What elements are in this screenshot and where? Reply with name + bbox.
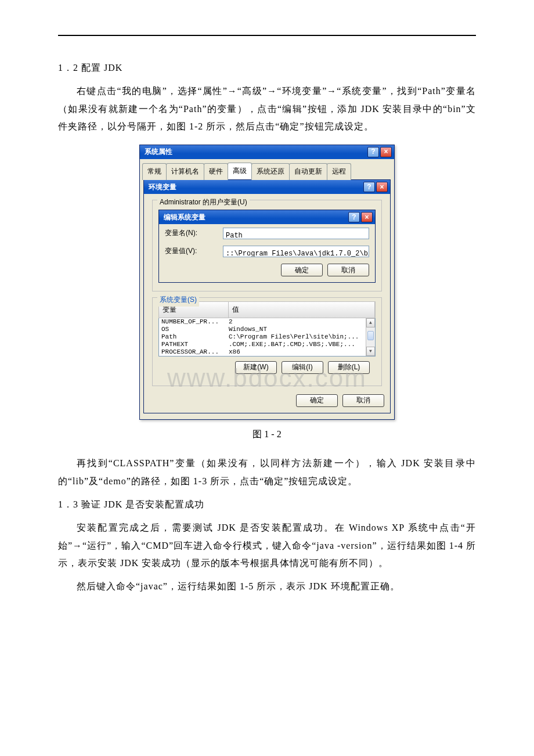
variable-value-label: 变量值(V): [165, 244, 217, 258]
editvar-titlebar: 编辑系统变量 ? × [159, 210, 375, 224]
variable-value-input[interactable]: ::\Program Files\Java\jdk1.7.0_2\bin [223, 246, 369, 257]
section-1-3-title: 1．3 验证 JDK 是否安装配置成功 [58, 496, 476, 513]
environment-variables-window: 环境变量 ? × Administrator 的用户变量(U) 编辑系统变量 [143, 179, 391, 413]
envvars-cancel-button[interactable]: 取消 [342, 394, 384, 407]
figure-1-2: 系统属性 ? × 常规 计算机名 硬件 高级 系统还原 自动更新 远程 [58, 145, 476, 420]
variable-name-input[interactable]: Path [223, 228, 369, 239]
envvars-ok-button[interactable]: 确定 [296, 394, 338, 407]
list-item: PROCESSOR_IDx86 Family 6 Model 23 Steppi… [159, 356, 375, 357]
close-icon[interactable]: × [361, 212, 373, 222]
user-variables-group: Administrator 的用户变量(U) 编辑系统变量 ? × [152, 200, 382, 291]
list-item: PathC:\Program Files\Perl\site\bin;... [159, 333, 375, 341]
paragraph-1: 右键点击“我的电脑”，选择“属性”→“高级”→“环境变量”→“系统变量”，找到“… [58, 82, 476, 135]
col-header-value[interactable]: 值 [229, 302, 375, 318]
figure-1-2-caption: 图 1 - 2 [58, 426, 476, 443]
new-button[interactable]: 新建(W) [235, 361, 277, 374]
scrollbar[interactable]: ▲ ▼ [366, 318, 375, 356]
close-icon[interactable]: × [380, 147, 392, 157]
section-1-2-title: 1．2 配置 JDK [58, 59, 476, 77]
paragraph-3: 安装配置完成之后，需要测试 JDK 是否安装配置成功。在 Windows XP … [58, 519, 476, 572]
help-icon[interactable]: ? [367, 147, 379, 157]
tab-advanced[interactable]: 高级 [228, 163, 252, 180]
scroll-up-icon[interactable]: ▲ [366, 318, 375, 327]
editvar-cancel-button[interactable]: 取消 [327, 264, 369, 276]
tab-remote[interactable]: 远程 [327, 163, 351, 181]
editvar-title: 编辑系统变量 [164, 211, 205, 224]
edit-button[interactable]: 编辑(I) [282, 361, 323, 374]
system-properties-window: 系统属性 ? × 常规 计算机名 硬件 高级 系统还原 自动更新 远程 [139, 145, 395, 420]
sysprops-tabs: 常规 计算机名 硬件 高级 系统还原 自动更新 远程 [140, 159, 394, 180]
tab-auto-update[interactable]: 自动更新 [289, 163, 327, 181]
user-variables-legend: Administrator 的用户变量(U) [157, 196, 250, 209]
tab-computer-name[interactable]: 计算机名 [166, 163, 204, 181]
list-item: NUMBER_OF_PR...2 [159, 318, 375, 326]
tab-general[interactable]: 常规 [142, 163, 167, 181]
system-variables-group: 系统变量(S) 变量 值 NUMBER_OF_PR...2 OSWindows_… [152, 297, 382, 386]
sysprops-title: 系统属性 [145, 145, 172, 159]
paragraph-2: 再找到“CLASSPATH”变量（如果没有，以同样方法新建一个），输入 JDK … [58, 455, 476, 490]
envvars-titlebar: 环境变量 ? × [144, 180, 390, 194]
sysvars-list[interactable]: NUMBER_OF_PR...2 OSWindows_NT PathC:\Pro… [158, 318, 376, 357]
edit-system-variable-window: 编辑系统变量 ? × 变量名(N): Path [158, 210, 376, 283]
tab-system-restore[interactable]: 系统还原 [251, 163, 290, 181]
paragraph-4: 然后键入命令“javac”，运行结果如图 1-5 所示，表示 JDK 环境配置正… [58, 578, 476, 595]
close-icon[interactable]: × [376, 182, 388, 192]
envvars-title: 环境变量 [149, 181, 176, 194]
editvar-ok-button[interactable]: 确定 [281, 264, 323, 276]
variable-name-label: 变量名(N): [165, 226, 217, 240]
top-rule [58, 35, 476, 36]
list-item: PATHEXT.COM;.EXE;.BAT;.CMD;.VBS;.VBE;... [159, 341, 375, 348]
help-icon[interactable]: ? [348, 212, 360, 222]
help-icon[interactable]: ? [363, 182, 375, 192]
sysprops-titlebar: 系统属性 ? × [140, 145, 394, 159]
scroll-thumb[interactable] [367, 331, 374, 340]
list-item: OSWindows_NT [159, 326, 375, 333]
tab-hardware[interactable]: 硬件 [204, 163, 228, 181]
scroll-down-icon[interactable]: ▼ [366, 347, 375, 356]
list-item: PROCESSOR_AR...x86 [159, 348, 375, 356]
delete-button[interactable]: 删除(L) [328, 361, 370, 374]
system-variables-legend: 系统变量(S) [157, 293, 199, 307]
